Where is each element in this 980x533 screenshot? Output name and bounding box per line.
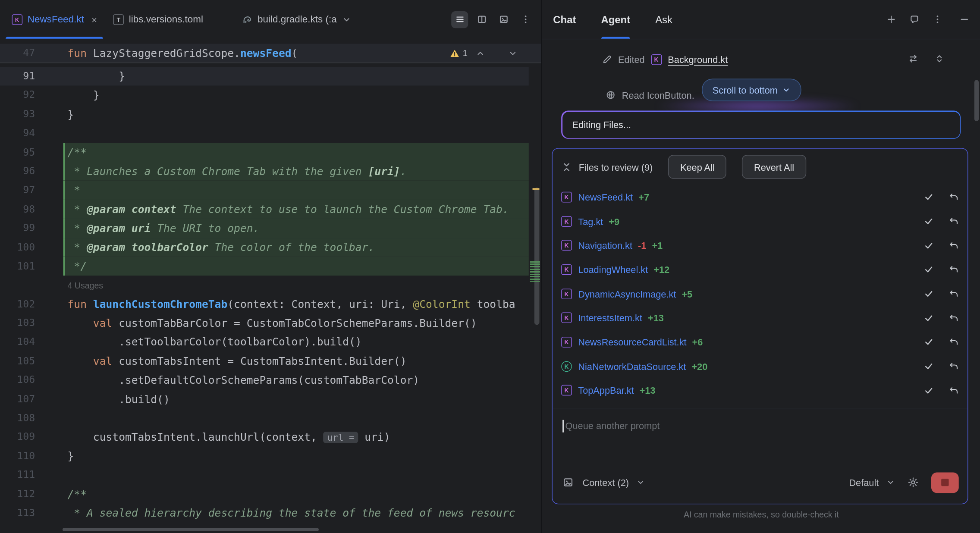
accept-check-icon[interactable] [924,361,934,371]
line-number[interactable]: 94 [0,124,35,143]
code-line[interactable]: 99 * @param uri The URI to open. [0,219,529,238]
revert-undo-icon[interactable] [949,265,959,275]
tab-ask[interactable]: Ask [655,0,672,39]
tab-build-gradle[interactable]: build.gradle.kts (:a [234,0,359,39]
revert-undo-icon[interactable] [949,361,959,371]
revert-all-button[interactable]: Revert All [742,155,806,179]
line-number[interactable]: 106 [0,371,35,390]
code-line[interactable]: 97 * [0,181,529,200]
code-line[interactable]: 92 } [0,86,529,105]
line-number[interactable]: 112 [0,485,35,504]
file-link[interactable]: NewsResourceCardList.kt [578,337,686,348]
code-line[interactable]: 109 customTabsIntent.launchUrl(context, … [0,428,529,447]
line-number[interactable]: 108 [0,409,35,428]
code-line[interactable]: 100 * @param toolbarColor The color of t… [0,238,529,257]
added-lines-stripe-mark[interactable] [530,261,540,282]
line-number[interactable]: 110 [0,447,35,466]
accept-check-icon[interactable] [924,265,934,275]
code-line[interactable]: 108 [0,409,529,428]
hide-panel-icon[interactable] [959,14,969,24]
line-number[interactable]: 98 [0,200,35,219]
tab-agent[interactable]: Agent [601,0,630,39]
chevron-down-icon[interactable] [342,15,351,24]
accept-check-icon[interactable] [924,289,934,299]
code-line[interactable]: 98 * @param context The context to use t… [0,200,529,219]
sticky-header-line[interactable]: 47 fun LazyStaggeredGridScope.newsFeed( … [0,44,541,63]
code-line[interactable]: 106 .setDefaultColorSchemeParams(customT… [0,371,529,390]
read-label[interactable]: Read IconButton. [622,90,694,100]
code-line[interactable]: 91 } [0,67,529,86]
code-line[interactable]: 105 val customTabsIntent = CustomTabsInt… [0,352,529,371]
tab-libs-versions-toml[interactable]: T libs.versions.toml [105,0,211,39]
code-line[interactable]: 93} [0,105,529,124]
code-line[interactable]: 101 */ [0,257,529,276]
code-line[interactable]: 94 [0,124,529,143]
line-number[interactable] [0,276,35,295]
collapse-icon[interactable] [561,162,572,172]
file-link[interactable]: Tag.kt [578,216,603,227]
code-line[interactable]: 95/** [0,143,529,162]
close-tab-icon[interactable]: × [91,14,97,25]
warning-stripe-mark[interactable] [533,188,540,190]
code-line[interactable]: 107 .build() [0,390,529,409]
code-line[interactable]: 4 Usages [0,276,529,295]
line-number[interactable]: 109 [0,428,35,447]
settings-gear-icon[interactable] [908,477,919,488]
attach-image-icon[interactable] [562,477,574,488]
warning-icon[interactable]: 1 [450,44,468,62]
line-number[interactable]: 102 [0,295,35,314]
line-number[interactable]: 100 [0,238,35,257]
line-number[interactable]: 93 [0,105,35,124]
conversations-icon[interactable] [909,14,919,24]
accept-check-icon[interactable] [924,192,934,202]
editor-horizontal-scrollbar[interactable] [63,528,319,531]
revert-undo-icon[interactable] [949,216,959,226]
line-number[interactable]: 107 [0,390,35,409]
usages-inlay-hint[interactable]: 4 Usages [67,281,103,291]
revert-undo-icon[interactable] [949,289,959,299]
keep-all-button[interactable]: Keep All [668,155,726,179]
list-view-icon[interactable] [451,11,468,28]
chevron-down-icon[interactable] [636,478,645,486]
code-line[interactable]: 113 * A sealed hierarchy describing the … [0,504,529,523]
accept-check-icon[interactable] [924,240,934,250]
code-line[interactable]: 102fun launchCustomChromeTab(context: Co… [0,295,529,314]
stop-button[interactable] [931,472,959,493]
panel-scrollbar[interactable] [974,80,979,121]
line-number[interactable]: 97 [0,181,35,200]
chevron-down-icon[interactable] [886,478,895,486]
line-number[interactable]: 96 [0,162,35,181]
new-chat-icon[interactable] [886,14,896,24]
accept-check-icon[interactable] [924,337,934,347]
revert-undo-icon[interactable] [949,337,959,347]
tab-newsfeed[interactable]: K NewsFeed.kt × [4,0,105,39]
file-link[interactable]: NiaNetworkDataSource.kt [578,361,686,372]
line-number[interactable]: 111 [0,466,35,485]
code-line[interactable]: 104 .setToolbarColor(toolbarColor).build… [0,333,529,352]
revert-undo-icon[interactable] [949,386,959,395]
line-number[interactable]: 99 [0,219,35,238]
line-number[interactable]: 91 [0,67,35,86]
scroll-to-bottom-button[interactable]: Scroll to bottom [702,79,801,101]
line-number[interactable]: 101 [0,257,35,276]
accept-check-icon[interactable] [924,216,934,226]
code-line[interactable]: 111 [0,466,529,485]
accept-check-icon[interactable] [924,313,934,323]
file-link[interactable]: TopAppBar.kt [578,385,634,396]
line-number[interactable]: 103 [0,314,35,333]
model-selector[interactable]: Default [849,477,879,488]
show-diff-icon[interactable] [908,54,918,64]
line-number[interactable]: 113 [0,504,35,523]
line-number[interactable]: 105 [0,352,35,371]
line-number[interactable]: 92 [0,86,35,105]
revert-undo-icon[interactable] [949,192,959,202]
revert-undo-icon[interactable] [949,240,959,250]
edited-file-link[interactable]: Background.kt [668,54,728,65]
line-number[interactable]: 95 [0,143,35,162]
tab-chat[interactable]: Chat [553,0,576,39]
file-link[interactable]: NewsFeed.kt [578,192,633,203]
file-link[interactable]: InterestsItem.kt [578,313,642,323]
editor-vertical-scrollbar[interactable] [534,188,540,325]
file-link[interactable]: DynamicAsyncImage.kt [578,288,676,299]
accept-check-icon[interactable] [924,386,934,395]
